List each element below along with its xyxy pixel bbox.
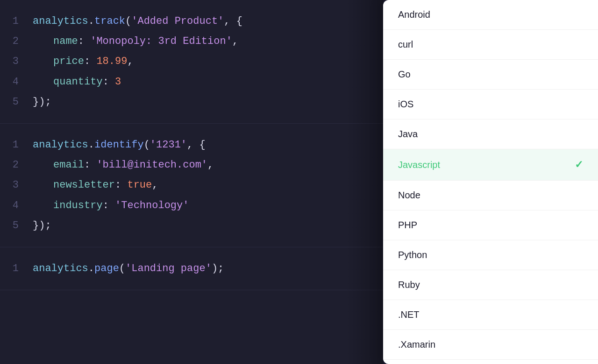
line-number: 1 (0, 137, 33, 153)
code-block-1: 1analytics.track('Added Product', {2 nam… (0, 0, 383, 124)
dropdown-item-android[interactable]: Android (383, 0, 598, 30)
dropdown-item-java[interactable]: Java (383, 119, 598, 149)
line-number: 5 (0, 217, 33, 234)
dropdown-item-label: .Xamarin (398, 339, 435, 350)
code-panel: 1analytics.track('Added Product', {2 nam… (0, 0, 383, 364)
code-content: quantity: 3 (33, 74, 121, 90)
dropdown-item-label: .NET (398, 309, 420, 320)
code-content: analytics.identify('1231', { (33, 137, 206, 153)
line-number: 1 (0, 13, 33, 29)
line-number: 4 (0, 197, 33, 214)
code-content: newsletter: true, (33, 177, 158, 193)
dropdown-item-label: Python (398, 250, 427, 260)
code-line: 1analytics.identify('1231', { (0, 135, 383, 155)
dropdown-item-label: Go (398, 69, 411, 80)
code-content: name: 'Monopoly: 3rd Edition', (33, 33, 238, 49)
line-number: 2 (0, 33, 33, 49)
code-line: 5}); (0, 216, 383, 236)
language-dropdown[interactable]: AndroidcurlGoiOSJavaJavascript✓NodePHPPy… (383, 0, 598, 364)
line-number: 3 (0, 53, 33, 70)
dropdown-item-label: iOS (398, 99, 413, 110)
dropdown-item-label: Android (398, 9, 430, 20)
check-icon: ✓ (575, 159, 583, 171)
dropdown-item-label: PHP (398, 220, 417, 231)
code-content: }); (33, 94, 51, 110)
dropdown-item-node[interactable]: Node (383, 181, 598, 210)
line-number: 1 (0, 260, 33, 277)
dropdown-item-ios[interactable]: iOS (383, 90, 598, 119)
code-content: }); (33, 217, 51, 234)
code-content: analytics.track('Added Product', { (33, 13, 242, 29)
dropdown-item-label: curl (398, 39, 413, 50)
code-block-3: 1analytics.page('Landing page'); (0, 247, 383, 290)
line-number: 4 (0, 74, 33, 90)
code-line: 3 price: 18.99, (0, 51, 383, 71)
code-content: email: 'bill@initech.com', (33, 157, 214, 173)
dropdown-item-label: Javascript (398, 160, 440, 170)
code-content: industry: 'Technology' (33, 197, 189, 214)
dropdown-item-curl[interactable]: curl (383, 30, 598, 60)
code-line: 1analytics.track('Added Product', { (0, 11, 383, 31)
dropdown-item-python[interactable]: Python (383, 240, 598, 270)
dropdown-item-label: Node (398, 190, 420, 201)
code-line: 1analytics.page('Landing page'); (0, 259, 383, 279)
line-number: 3 (0, 177, 33, 193)
dropdown-item-php[interactable]: PHP (383, 210, 598, 240)
dropdown-item-net[interactable]: .NET (383, 300, 598, 330)
code-line: 3 newsletter: true, (0, 175, 383, 195)
dropdown-item-label: Ruby (398, 280, 420, 290)
line-number: 2 (0, 157, 33, 173)
dropdown-item-xamarin[interactable]: .Xamarin (383, 330, 598, 360)
dropdown-item-ruby[interactable]: Ruby (383, 270, 598, 300)
code-content: analytics.page('Landing page'); (33, 260, 224, 277)
code-line: 2 name: 'Monopoly: 3rd Edition', (0, 31, 383, 51)
code-line: 4 industry: 'Technology' (0, 196, 383, 216)
dropdown-item-go[interactable]: Go (383, 60, 598, 90)
code-line: 5}); (0, 92, 383, 112)
dropdown-item-label: Java (398, 129, 418, 140)
code-line: 2 email: 'bill@initech.com', (0, 155, 383, 175)
code-line: 4 quantity: 3 (0, 72, 383, 92)
code-content: price: 18.99, (33, 53, 134, 70)
line-number: 5 (0, 94, 33, 110)
dropdown-item-javascript[interactable]: Javascript✓ (383, 149, 598, 181)
code-block-2: 1analytics.identify('1231', {2 email: 'b… (0, 124, 383, 247)
